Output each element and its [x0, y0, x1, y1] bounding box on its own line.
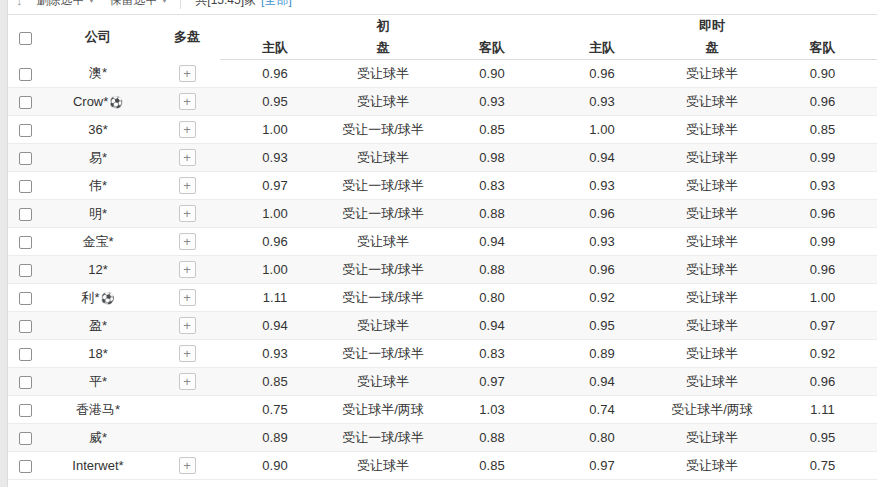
initial-handicap: 受让球半 [330, 60, 436, 88]
initial-away-odds: 0.83 [436, 340, 548, 368]
company-name: 金宝* [82, 234, 113, 249]
row-checkbox[interactable] [19, 236, 32, 249]
keep-selected-dropdown[interactable]: 保留选中 ▼ [109, 0, 168, 9]
expand-button[interactable]: + [179, 317, 196, 334]
company-cell: 12*⚽ [42, 256, 154, 284]
row-checkbox[interactable] [19, 320, 32, 333]
row-checkbox[interactable] [19, 180, 32, 193]
live-away-odds: 0.99 [768, 144, 877, 172]
company-count-summary: 共[15:45]家 [195, 0, 256, 9]
company-name: 盈* [89, 318, 107, 333]
live-home-odds: 0.96 [548, 256, 656, 284]
initial-handicap: 受让一球/球半 [330, 200, 436, 228]
content-panel: ↓ 删除选中 ▼ 保留选中 ▼ 共[15:45]家 [全部] [8, 0, 877, 480]
column-header-company: 公司 [42, 15, 154, 60]
expand-button[interactable]: + [179, 457, 196, 474]
company-cell: 明*⚽ [42, 200, 154, 228]
group-header-live: 即时 [656, 15, 768, 38]
live-handicap: 受让球半 [656, 368, 768, 396]
expand-button[interactable]: + [179, 345, 196, 362]
initial-handicap: 受让一球/球半 [330, 284, 436, 312]
odds-table: 公司 多盘 初 即时 主队 盘 客队 主队 盘 客队 [8, 14, 877, 480]
initial-home-odds: 0.85 [220, 368, 330, 396]
row-select-cell [8, 340, 42, 368]
initial-away-odds: 0.94 [436, 312, 548, 340]
initial-handicap: 受让一球/球半 [330, 172, 436, 200]
row-checkbox[interactable] [19, 208, 32, 221]
initial-home-odds: 0.97 [220, 172, 330, 200]
expand-button[interactable]: + [179, 93, 196, 110]
row-checkbox[interactable] [19, 432, 32, 445]
multi-odds-cell: + [154, 284, 220, 312]
live-away-odds: 0.96 [768, 88, 877, 116]
select-all-cell [8, 15, 42, 60]
multi-odds-cell: + [154, 312, 220, 340]
initial-handicap: 受让一球/球半 [330, 256, 436, 284]
live-home-odds: 0.94 [548, 368, 656, 396]
row-checkbox[interactable] [19, 68, 32, 81]
initial-home-odds: 0.96 [220, 60, 330, 88]
row-checkbox[interactable] [19, 152, 32, 165]
initial-home-odds: 0.96 [220, 228, 330, 256]
row-select-cell [8, 396, 42, 424]
live-handicap: 受让球半 [656, 144, 768, 172]
sort-down-icon: ↓ [16, 0, 23, 8]
initial-home-odds: 0.94 [220, 312, 330, 340]
column-header-live-home: 主队 [548, 37, 656, 60]
company-name: 香港马* [76, 402, 120, 417]
column-header-live-away: 客队 [768, 37, 877, 60]
live-away-odds: 0.95 [768, 424, 877, 452]
row-checkbox[interactable] [19, 348, 32, 361]
expand-button[interactable]: + [179, 205, 196, 222]
live-home-odds: 0.95 [548, 312, 656, 340]
expand-button[interactable]: + [179, 373, 196, 390]
live-handicap: 受让球半 [656, 256, 768, 284]
expand-button[interactable]: + [179, 149, 196, 166]
table-row: 澳*⚽ + 0.96 受让球半 0.90 0.96 受让球半 0.90 [8, 60, 877, 88]
multi-odds-cell: + [154, 144, 220, 172]
delete-selected-dropdown[interactable]: 删除选中 ▼ [37, 0, 96, 9]
row-checkbox[interactable] [19, 124, 32, 137]
show-all-link[interactable]: [全部] [261, 0, 292, 9]
company-cell: Interwet*⚽ [42, 452, 154, 480]
live-handicap: 受让球半 [656, 284, 768, 312]
initial-away-odds: 0.98 [436, 144, 548, 172]
live-away-odds: 0.99 [768, 228, 877, 256]
row-select-cell [8, 172, 42, 200]
company-cell: 盈*⚽ [42, 312, 154, 340]
expand-button[interactable]: + [179, 261, 196, 278]
live-handicap: 受让球半 [656, 172, 768, 200]
expand-button[interactable]: + [179, 65, 196, 82]
live-home-odds: 0.96 [548, 200, 656, 228]
multi-odds-cell: + [154, 200, 220, 228]
initial-away-odds: 0.83 [436, 172, 548, 200]
row-checkbox[interactable] [19, 460, 32, 473]
row-checkbox[interactable] [19, 404, 32, 417]
row-select-cell [8, 116, 42, 144]
company-cell: 36*⚽ [42, 116, 154, 144]
row-checkbox[interactable] [19, 264, 32, 277]
expand-button[interactable]: + [179, 177, 196, 194]
live-home-odds: 0.92 [548, 284, 656, 312]
initial-home-odds: 0.93 [220, 144, 330, 172]
row-checkbox[interactable] [19, 292, 32, 305]
select-all-checkbox[interactable] [19, 32, 32, 45]
company-name: 平* [89, 374, 107, 389]
row-checkbox[interactable] [19, 376, 32, 389]
live-home-odds: 0.93 [548, 172, 656, 200]
initial-away-odds: 0.90 [436, 60, 548, 88]
expand-button[interactable]: + [179, 121, 196, 138]
row-checkbox[interactable] [19, 96, 32, 109]
expand-button[interactable]: + [179, 233, 196, 250]
chevron-down-icon: ▼ [160, 0, 168, 5]
company-cell: 香港马*⚽ [42, 396, 154, 424]
initial-away-odds: 0.94 [436, 228, 548, 256]
soccer-ball-icon: ⚽ [109, 96, 123, 108]
multi-odds-cell: + [154, 256, 220, 284]
initial-home-odds: 0.90 [220, 452, 330, 480]
live-handicap: 受让球半 [656, 340, 768, 368]
initial-handicap: 受让一球/球半 [330, 424, 436, 452]
table-row: Crow*⚽ + 0.95 受让球半 0.93 0.93 受让球半 0.96 [8, 88, 877, 116]
expand-button[interactable]: + [179, 289, 196, 306]
live-away-odds: 0.96 [768, 256, 877, 284]
